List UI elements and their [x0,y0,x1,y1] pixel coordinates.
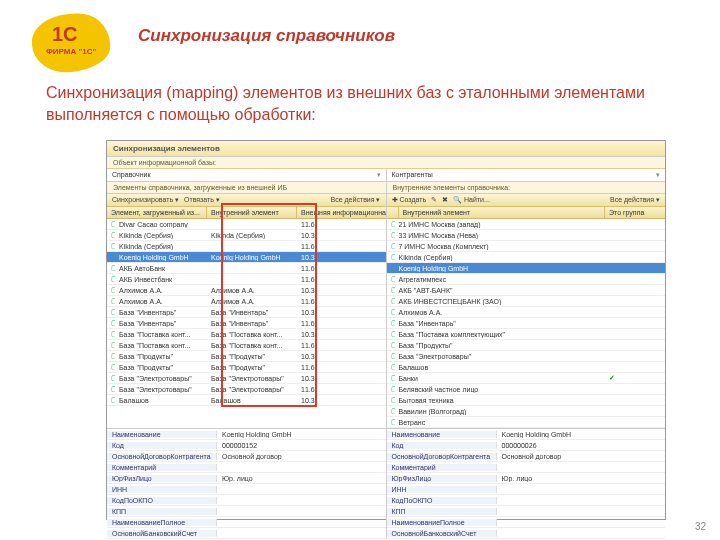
form-row: НаименованиеKoenig Holding GmbH [107,429,386,440]
list-item[interactable]: ▢Алхимов А.А. [387,307,666,318]
list-item[interactable]: ▢База "Инвентарь"База "Инвентарь"11.6 [107,318,386,329]
all-actions-button[interactable]: Все действия ▾ [610,196,660,204]
right-toolbar: ✚ Создать ✎ ✖ 🔍 Найти... Все действия ▾ [387,194,666,207]
object-label: Объект информационной базы: [107,157,665,169]
page-number: 32 [695,521,706,532]
list-item[interactable]: ▢Koenig Holding GmbH [387,263,666,274]
form-row: ЮрФизЛицоЮр. лицо [107,473,386,484]
list-item[interactable]: ▢База "Продукты" [387,340,666,351]
list-item[interactable]: ▢Divar Cacao company11.6 [107,219,386,230]
chevron-down-icon: ▾ [656,171,660,179]
delete-icon[interactable]: ✖ [442,196,448,204]
list-item[interactable]: ▢Бытовая техника [387,395,666,406]
slide-title: Синхронизация справочников [138,26,395,46]
list-item[interactable]: ▢База "Инвентарь"База "Инвентарь"10.3 [107,307,386,318]
form-row: КодПоОКПО [387,495,666,506]
form-row: Код000000026 [387,440,666,451]
list-item[interactable]: ▢База "Электротовары"База "Электротовары… [107,373,386,384]
slide-subtitle: Синхронизация (mapping) элементов из вне… [46,82,666,125]
app-screenshot: Синхронизация элементов Объект информаци… [106,140,666,520]
left-list-header: Элемент, загруженный из... Внутренний эл… [107,207,386,219]
form-row: ОсновнойДоговорКонтрагентаОсновной догов… [107,451,386,462]
list-item[interactable]: ▢Белявский частное лицо [387,384,666,395]
form-row: ОсновнойБанковскийСчет [387,528,666,539]
list-item[interactable]: ▢Алхимов А.А.Алхимов А.А.10.3 [107,285,386,296]
right-detail-form: НаименованиеKoenig Holding GmbHКод000000… [387,429,666,539]
form-row: Комментарий [107,462,386,473]
list-item[interactable]: ▢База "Поставка комплектующих" [387,329,666,340]
list-item[interactable]: ▢Kikinda (Сербия) [387,252,666,263]
form-row: Код000000152 [107,440,386,451]
list-item[interactable]: ▢База "Продукты"База "Продукты"11.6 [107,362,386,373]
list-item[interactable]: ▢База "Поставка конт...База "Поставка ко… [107,329,386,340]
form-row: ОсновнойДоговорКонтрагентаОсновной догов… [387,451,666,462]
form-row: НаименованиеПолное [387,517,666,528]
form-row: Комментарий [387,462,666,473]
chevron-down-icon: ▾ [377,171,381,179]
window-title: Синхронизация элементов [107,141,665,157]
list-item[interactable]: ▢Koenig Holding GmbHKoenig Holding GmbH1… [107,252,386,263]
list-item[interactable]: ▢Алхимов А.А.Алхимов А.А.11.6 [107,296,386,307]
list-item[interactable]: ▢Вавилин (Волгоград) [387,406,666,417]
list-item[interactable]: ▢База "Инвентарь" [387,318,666,329]
form-row: КПП [387,506,666,517]
form-row: КПП [107,506,386,517]
list-item[interactable]: ▢База "Продукты"База "Продукты"10.3 [107,351,386,362]
right-type-dropdown[interactable]: Контрагенты▾ [387,169,666,182]
form-row: КодПоОКПО [107,495,386,506]
list-item[interactable]: ▢Агрегатимпекс [387,274,666,285]
right-section-label: Внутренние элементы справочника: [387,182,666,194]
left-detail-form: НаименованиеKoenig Holding GmbHКод000000… [107,429,387,539]
right-list[interactable]: ▢21 ИМНС Москва (запад)▢33 ИМНС Москва (… [387,219,666,428]
list-item[interactable]: ▢База "Электротовары"База "Электротовары… [107,384,386,395]
list-item[interactable]: ▢АКБ ИНВЕСТСПЕЦБАНК (ЗАО) [387,296,666,307]
list-item[interactable]: ▢7 ИМНС Москва (Комплект) [387,241,666,252]
left-toolbar: Синхронизировать ▾ Отвязать ▾ Все действ… [107,194,386,207]
form-row: НаименованиеKoenig Holding GmbH [387,429,666,440]
list-item[interactable]: ▢База "Электротовары" [387,351,666,362]
left-type-dropdown[interactable]: Справочник▾ [107,169,386,182]
list-item[interactable]: ▢Банки✓ [387,373,666,384]
list-item[interactable]: ▢Kikinda (Сербия)Kikinda (Сербия)10.3 [107,230,386,241]
unbind-button[interactable]: Отвязать ▾ [184,196,220,204]
form-row: ОсновнойБанковскийСчет [107,528,386,539]
list-item[interactable]: ▢АКБ Инвестбанк11.6 [107,274,386,285]
list-item[interactable]: ▢АКБ "АВТ-БАНК" [387,285,666,296]
form-row: НаименованиеПолное [107,517,386,528]
list-item[interactable]: ▢БалашовБалашов10.3 [107,395,386,406]
list-item[interactable]: ▢АКБ АвтоБанк11.6 [107,263,386,274]
form-row: ЮрФизЛицоЮр. лицо [387,473,666,484]
edit-icon[interactable]: ✎ [431,196,437,204]
form-row: ИНН [387,484,666,495]
list-item[interactable]: ▢33 ИМНС Москва (Нева) [387,230,666,241]
list-item[interactable]: ▢21 ИМНС Москва (запад) [387,219,666,230]
all-actions-button[interactable]: Все действия ▾ [331,196,381,204]
list-item[interactable]: ▢База "Поставка конт...База "Поставка ко… [107,340,386,351]
list-item[interactable]: ▢Ветранс [387,417,666,428]
left-section-label: Элементы справочника, загруженные из вне… [107,182,386,194]
find-button[interactable]: 🔍 Найти... [453,196,490,204]
logo-1c: 1C ФИРМА "1C" [38,18,106,70]
left-list[interactable]: ▢Divar Cacao company11.6▢Kikinda (Сербия… [107,219,386,428]
create-button[interactable]: ✚ Создать [392,196,427,204]
form-row: ИНН [107,484,386,495]
list-item[interactable]: ▢Балашов [387,362,666,373]
right-list-header: Внутренний элемент Это группа [387,207,666,219]
list-item[interactable]: ▢Kikinda (Сербия)11.6 [107,241,386,252]
sync-button[interactable]: Синхронизировать ▾ [112,196,179,204]
